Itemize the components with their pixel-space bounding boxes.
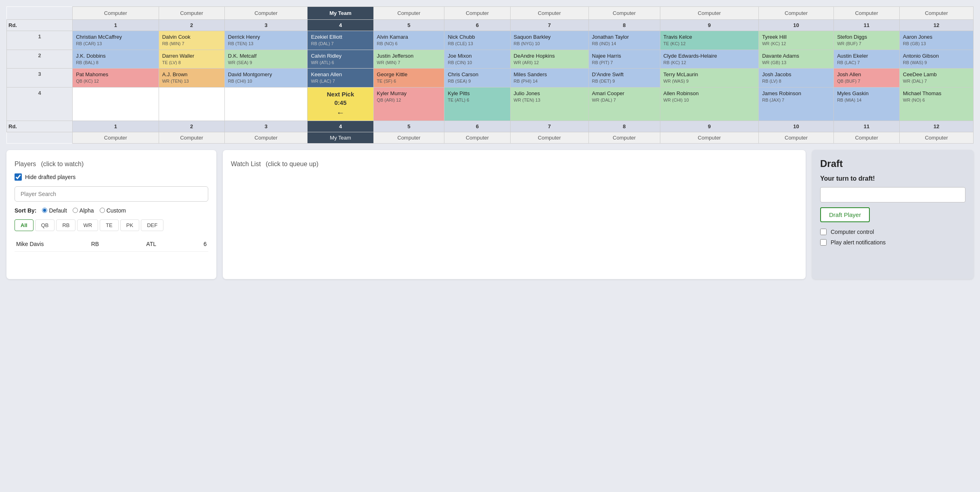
draft-cell-r4-c5[interactable]: Kyler MurrayQB (ARI) 12 — [373, 87, 444, 121]
col-num-6: 6 — [444, 20, 510, 31]
team-col-4-myteam: My Team — [308, 7, 373, 20]
filter-tab-def[interactable]: DEF — [141, 219, 163, 231]
draft-player-input[interactable] — [820, 187, 965, 202]
draft-cell-r3-c9[interactable]: Terry McLaurinWR (WAS) 9 — [660, 69, 759, 88]
draft-cell-r4-c12[interactable]: Michael ThomasWR (NO) 6 — [900, 87, 974, 121]
draft-cell-r2-c3[interactable]: D.K. MetcalfWR (SEA) 9 — [224, 50, 308, 69]
draft-cell-r1-c8[interactable]: Jonathan TaylorRB (IND) 14 — [588, 31, 660, 50]
draft-cell-r1-c3[interactable]: Derrick HenryRB (TEN) 13 — [224, 31, 308, 50]
draft-cell-r3-c8[interactable]: D'Andre SwiftRB (DET) 9 — [588, 69, 660, 88]
your-turn-label: Your turn to draft! — [820, 175, 965, 182]
round-label-1: 1 — [7, 31, 73, 50]
col-num-bottom-11: 11 — [833, 121, 899, 132]
hide-drafted-checkbox[interactable] — [15, 173, 22, 181]
team-col-1: Computer — [73, 7, 159, 20]
filter-tab-all[interactable]: All — [15, 219, 34, 231]
sort-alpha-radio[interactable] — [73, 208, 78, 213]
sort-default-radio[interactable] — [42, 208, 47, 213]
draft-cell-r2-c2[interactable]: Darren WallerTE (LV) 8 — [159, 50, 224, 69]
draft-cell-r1-c4[interactable]: Ezekiel ElliottRB (DAL) 7 — [308, 31, 373, 50]
draft-cell-r3-c7[interactable]: Miles SandersRB (PHI) 14 — [510, 69, 588, 88]
footer-col-7: Computer — [510, 132, 588, 143]
draft-cell-r1-c2[interactable]: Dalvin CookRB (MIN) 7 — [159, 31, 224, 50]
players-panel: Players (click to watch) Hide drafted pl… — [6, 150, 216, 279]
draft-cell-r2-c5[interactable]: Justin JeffersonWR (MIN) 7 — [373, 50, 444, 69]
player-cell-info: RB (IND) 14 — [592, 41, 657, 47]
sort-custom-radio[interactable] — [100, 208, 105, 213]
round-row-3: 3Pat MahomesQB (KC) 12A.J. BrownWR (TEN)… — [7, 69, 974, 88]
sort-custom-label[interactable]: Custom — [100, 207, 126, 214]
draft-player-button[interactable]: Draft Player — [820, 207, 870, 222]
draft-cell-r3-c1[interactable]: Pat MahomesQB (KC) 12 — [73, 69, 159, 88]
player-cell-info: TE (LV) 8 — [162, 60, 221, 66]
draft-cell-r2-c7[interactable]: DeAndre HopkinsWR (ARI) 12 — [510, 50, 588, 69]
draft-cell-r2-c6[interactable]: Joe MixonRB (CIN) 10 — [444, 50, 510, 69]
draft-cell-r3-c3[interactable]: David MontgomeryRB (CHI) 10 — [224, 69, 308, 88]
filter-tab-te[interactable]: TE — [100, 219, 119, 231]
col-num-12: 12 — [900, 20, 974, 31]
player-cell-name: Chris Carson — [448, 71, 507, 78]
player-cell-info: WR (ATL) 6 — [311, 60, 370, 66]
draft-cell-r3-c5[interactable]: George KittleTE (SF) 6 — [373, 69, 444, 88]
draft-cell-r3-c10[interactable]: Josh JacobsRB (LV) 8 — [759, 69, 834, 88]
draft-cell-r3-c4[interactable]: Keenan AllenWR (LAC) 7 — [308, 69, 373, 88]
filter-tab-wr[interactable]: WR — [77, 219, 98, 231]
player-cell-name: D'Andre Swift — [592, 71, 657, 78]
draft-cell-r2-c4[interactable]: Calvin RidleyWR (ATL) 6 — [308, 50, 373, 69]
draft-cell-r4-c4[interactable]: Next Pick0:45← — [308, 87, 373, 121]
team-col-7: Computer — [510, 7, 588, 20]
player-cell-info: RB (CIN) 10 — [448, 60, 507, 66]
sort-custom-text: Custom — [107, 207, 126, 214]
player-cell-info: QB (BUF) 7 — [837, 78, 896, 84]
filter-tab-qb[interactable]: QB — [35, 219, 55, 231]
draft-cell-r3-c11[interactable]: Josh AllenQB (BUF) 7 — [833, 69, 899, 88]
player-cell-info: RB (GB) 13 — [903, 41, 970, 47]
draft-cell-r1-c10[interactable]: Tyreek HillWR (KC) 12 — [759, 31, 834, 50]
draft-cell-r1-c9[interactable]: Travis KelceTE (KC) 12 — [660, 31, 759, 50]
draft-cell-r1-c1[interactable]: Christian McCaffreyRB (CAR) 13 — [73, 31, 159, 50]
player-list-item[interactable]: Mike Davis RB ATL 6 — [15, 237, 208, 252]
draft-cell-r2-c12[interactable]: Antonio GibsonRB (WAS) 9 — [900, 50, 974, 69]
sort-alpha-label[interactable]: Alpha — [73, 207, 94, 214]
player-cell-name: David Montgomery — [228, 71, 304, 78]
player-cell-name: Pat Mahomes — [76, 71, 155, 78]
player-cell-name: Calvin Ridley — [311, 52, 370, 60]
draft-cell-r4-c10[interactable]: James RobinsonRB (JAX) 7 — [759, 87, 834, 121]
draft-cell-r4-c7[interactable]: Julio JonesWR (TEN) 13 — [510, 87, 588, 121]
draft-cell-r4-c6[interactable]: Kyle PittsTE (ATL) 6 — [444, 87, 510, 121]
col-num-10: 10 — [759, 20, 834, 31]
draft-cell-r2-c1[interactable]: J.K. DobbinsRB (BAL) 8 — [73, 50, 159, 69]
draft-cell-r4-c8[interactable]: Amari CooperWR (DAL) 7 — [588, 87, 660, 121]
draft-cell-r3-c6[interactable]: Chris CarsonRB (SEA) 9 — [444, 69, 510, 88]
col-num-11: 11 — [833, 20, 899, 31]
filter-tab-rb[interactable]: RB — [56, 219, 75, 231]
next-pick-label: Next Pick — [327, 91, 354, 98]
player-search-input[interactable] — [15, 186, 208, 202]
team-col-12: Computer — [900, 7, 974, 20]
player-cell-info: RB (MIN) 7 — [162, 41, 221, 47]
play-alert-checkbox[interactable] — [820, 239, 827, 246]
computer-control-checkbox[interactable] — [820, 229, 827, 235]
player-cell-info: WR (KC) 12 — [762, 41, 830, 47]
round-label-2: 2 — [7, 50, 73, 69]
draft-cell-r3-c12[interactable]: CeeDee LambWR (DAL) 7 — [900, 69, 974, 88]
filter-tab-pk[interactable]: PK — [120, 219, 139, 231]
player-cell-name: Alvin Kamara — [377, 33, 441, 41]
draft-cell-r2-c9[interactable]: Clyde Edwards-HelaireRB (KC) 12 — [660, 50, 759, 69]
draft-cell-r2-c10[interactable]: Davante AdamsWR (GB) 13 — [759, 50, 834, 69]
draft-cell-r1-c11[interactable]: Stefon DiggsWR (BUF) 7 — [833, 31, 899, 50]
draft-cell-r1-c5[interactable]: Alvin KamaraRB (NO) 6 — [373, 31, 444, 50]
footer-col-9: Computer — [660, 132, 759, 143]
sort-default-label[interactable]: Default — [42, 207, 67, 214]
draft-cell-r1-c7[interactable]: Saquon BarkleyRB (NYG) 10 — [510, 31, 588, 50]
draft-cell-r1-c12[interactable]: Aaron JonesRB (GB) 13 — [900, 31, 974, 50]
draft-cell-r3-c2[interactable]: A.J. BrownWR (TEN) 13 — [159, 69, 224, 88]
draft-cell-r4-c11[interactable]: Myles GaskinRB (MIA) 14 — [833, 87, 899, 121]
next-pick-arrow: ← — [337, 108, 345, 117]
player-cell-info: WR (LAC) 7 — [311, 78, 370, 84]
draft-cell-r2-c11[interactable]: Austin EkelerRB (LAC) 7 — [833, 50, 899, 69]
draft-cell-r1-c6[interactable]: Nick ChubbRB (CLE) 13 — [444, 31, 510, 50]
draft-cell-r4-c9[interactable]: Allen RobinsonWR (CHI) 10 — [660, 87, 759, 121]
draft-cell-r2-c8[interactable]: Najee HarrisRB (PIT) 7 — [588, 50, 660, 69]
player-cell-info: WR (WAS) 9 — [664, 78, 756, 84]
